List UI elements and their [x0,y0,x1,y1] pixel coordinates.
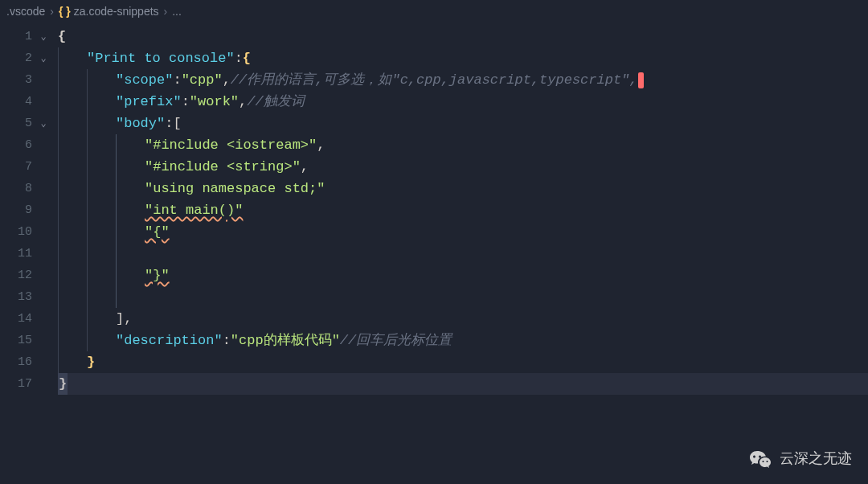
line-number[interactable]: 8 [0,182,35,195]
code-line[interactable]: "description": "cpp的样板代码"//回车后光标位置 [58,330,868,351]
token-comment: //回车后光标位置 [340,330,452,351]
token-key: "description" [116,330,223,351]
line-number[interactable]: 4 [0,95,35,109]
token-string: "cpp" [182,69,223,91]
code-line[interactable]: "int main()" [58,199,868,221]
code-line[interactable]: "{" [58,221,868,243]
token-bracket: ] [116,308,124,330]
code-line[interactable]: "#include <string>", [58,156,868,178]
token-punct: : [165,113,173,134]
token-string: "using namespace std;" [145,178,325,199]
editor: 1⌄ 2⌄ 3 4 5⌄ 6 7 8 9 10 11 12 13 14 15 1… [0,23,868,484]
line-number[interactable]: 6 [0,138,35,152]
cursor-icon [638,72,644,88]
code-line[interactable] [58,286,868,308]
code-line[interactable]: "prefix": "work", //触发词 [58,91,868,113]
breadcrumb-file-label: za.code-snippets [74,5,159,18]
token-punct: , [223,69,231,91]
breadcrumb-bar: .vscode › { } za.code-snippets › ... [0,0,868,23]
line-number[interactable]: 13 [0,290,35,304]
line-number[interactable]: 1 [0,30,35,43]
chevron-right-icon: › [164,5,168,18]
token-comment: //触发词 [247,91,304,113]
code-area[interactable]: { "Print to console": { "scope": "cpp", … [58,23,868,484]
code-line[interactable]: "#include <iostream>", [58,134,868,156]
line-number[interactable]: 9 [0,203,35,217]
code-line[interactable]: { [58,26,868,47]
line-number[interactable]: 15 [0,334,35,347]
token-brace: } [87,351,95,373]
line-number[interactable]: 10 [0,225,35,239]
line-number[interactable]: 2 [0,51,35,65]
fold-icon[interactable]: ⌄ [35,117,51,129]
token-punct: , [317,134,325,156]
line-number[interactable]: 12 [0,269,35,282]
breadcrumb-folder[interactable]: .vscode [6,5,45,18]
token-string: "#include <string>" [145,156,301,178]
chevron-right-icon: › [50,5,54,18]
line-number[interactable]: 7 [0,160,35,174]
token-punct: , [301,156,309,178]
code-line[interactable]: } [58,373,868,395]
token-punct: : [235,47,243,69]
token-bracket: [ [173,113,181,134]
code-line[interactable]: "using namespace std;" [58,178,868,199]
token-punct: : [223,330,231,351]
line-gutter: 1⌄ 2⌄ 3 4 5⌄ 6 7 8 9 10 11 12 13 14 15 1… [0,23,58,484]
token-brace: { [58,26,66,47]
wechat-icon [749,449,772,468]
watermark: 云深之无迹 [749,449,852,468]
token-punct: : [173,69,181,91]
breadcrumb-file[interactable]: { } za.code-snippets [59,5,159,18]
token-string-warning: "{" [145,221,170,243]
token-brace: } [58,373,68,395]
line-number[interactable]: 16 [0,355,35,369]
watermark-text: 云深之无迹 [780,449,852,468]
token-brace: { [243,47,251,69]
token-key: "scope" [116,69,173,91]
token-key: "Print to console" [87,47,235,69]
token-string: "#include <iostream>" [145,134,317,156]
code-line[interactable]: "}" [58,265,868,286]
line-number[interactable]: 11 [0,247,35,260]
token-key: "prefix" [116,91,182,113]
token-comment: //作用的语言,可多选，如"c,cpp,javascript,typescrip… [231,69,638,91]
line-number[interactable]: 5 [0,117,35,130]
fold-icon[interactable]: ⌄ [35,52,51,64]
json-icon: { } [59,5,71,18]
code-line[interactable]: } [58,351,868,373]
line-number[interactable]: 3 [0,73,35,87]
code-line[interactable]: "body": [ [58,113,868,134]
fold-icon[interactable]: ⌄ [35,31,51,43]
token-string-warning: "int main()" [145,199,243,221]
code-line[interactable]: "scope": "cpp", //作用的语言,可多选，如"c,cpp,java… [58,69,868,91]
breadcrumb-trail[interactable]: ... [172,5,182,18]
line-number[interactable]: 17 [0,377,35,391]
token-string: "work" [190,91,239,113]
token-punct: , [239,91,247,113]
token-punct: , [124,308,132,330]
code-line[interactable]: ], [58,308,868,330]
token-string: "cpp的样板代码" [231,330,340,351]
code-line[interactable]: "Print to console": { [58,47,868,69]
line-number[interactable]: 14 [0,312,35,326]
token-key: "body" [116,113,165,134]
token-string-warning: "}" [145,265,170,286]
token-punct: : [182,91,190,113]
code-line[interactable] [58,243,868,265]
